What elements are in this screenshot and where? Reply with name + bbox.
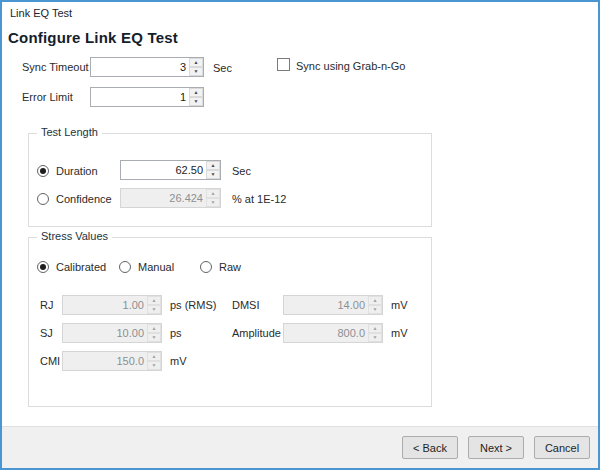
spinner-buttons: ▲ ▼ — [147, 296, 161, 314]
spinner-down-icon: ▼ — [147, 305, 161, 314]
calibrated-radio[interactable] — [37, 261, 49, 273]
spinner-down-icon[interactable]: ▼ — [189, 67, 203, 76]
spinner-down-icon[interactable]: ▼ — [206, 170, 220, 179]
spinner-down-icon: ▼ — [147, 333, 161, 342]
rj-label: RJ — [40, 299, 53, 311]
spinner-up-icon: ▲ — [368, 324, 382, 333]
raw-radio-label[interactable]: Raw — [219, 261, 241, 273]
spinner-buttons: ▲ ▼ — [189, 58, 203, 76]
sync-timeout-unit: Sec — [213, 62, 232, 74]
confidence-unit: % at 1E-12 — [232, 193, 286, 205]
amplitude-spinner: 800.0 ▲ ▼ — [283, 323, 383, 343]
sync-timeout-value[interactable]: 3 — [91, 58, 189, 76]
spinner-down-icon: ▼ — [206, 198, 220, 207]
dmsi-label: DMSI — [232, 299, 260, 311]
window-title: Link EQ Test — [10, 7, 72, 19]
spinner-buttons: ▲ ▼ — [147, 352, 161, 370]
spinner-up-icon[interactable]: ▲ — [206, 161, 220, 170]
spinner-buttons: ▲ ▼ — [206, 161, 220, 179]
manual-radio-label[interactable]: Manual — [138, 261, 174, 273]
amplitude-label: Amplitude — [232, 327, 281, 339]
spinner-buttons: ▲ ▼ — [368, 296, 382, 314]
link-eq-test-dialog: Link EQ Test Configure Link EQ Test Sync… — [0, 0, 600, 470]
footer-bar: < Back Next > Cancel — [2, 426, 598, 468]
dmsi-spinner: 14.00 ▲ ▼ — [283, 295, 383, 315]
cmi-unit: mV — [170, 355, 187, 367]
sj-spinner: 10.00 ▲ ▼ — [62, 323, 162, 343]
spinner-up-icon[interactable]: ▲ — [189, 88, 203, 97]
spinner-up-icon[interactable]: ▲ — [189, 58, 203, 67]
spinner-down-icon: ▼ — [368, 305, 382, 314]
confidence-value: 26.424 — [121, 189, 206, 207]
rj-spinner: 1.00 ▲ ▼ — [62, 295, 162, 315]
stress-values-group-title: Stress Values — [37, 230, 112, 242]
dmsi-unit: mV — [391, 299, 408, 311]
spinner-buttons: ▲ ▼ — [189, 88, 203, 106]
duration-radio-label[interactable]: Duration — [56, 165, 98, 177]
error-limit-value[interactable]: 1 — [91, 88, 189, 106]
cancel-button[interactable]: Cancel — [534, 436, 590, 459]
cmi-label: CMI — [40, 355, 60, 367]
spinner-down-icon: ▼ — [147, 361, 161, 370]
grab-n-go-checkbox[interactable] — [277, 58, 290, 71]
confidence-radio[interactable] — [37, 193, 49, 205]
sj-unit: ps — [170, 327, 182, 339]
cmi-value: 150.0 — [63, 352, 147, 370]
duration-unit: Sec — [232, 165, 251, 177]
spinner-buttons: ▲ ▼ — [206, 189, 220, 207]
rj-value: 1.00 — [63, 296, 147, 314]
grab-n-go-label[interactable]: Sync using Grab-n-Go — [296, 60, 405, 72]
spinner-down-icon: ▼ — [368, 333, 382, 342]
amplitude-value: 800.0 — [284, 324, 368, 342]
manual-radio[interactable] — [119, 261, 131, 273]
error-limit-label: Error Limit — [22, 91, 73, 103]
duration-spinner[interactable]: 62.50 ▲ ▼ — [120, 160, 221, 180]
spinner-up-icon: ▲ — [147, 324, 161, 333]
confidence-radio-label[interactable]: Confidence — [56, 193, 112, 205]
dmsi-value: 14.00 — [284, 296, 368, 314]
next-button[interactable]: Next > — [468, 436, 524, 459]
duration-radio[interactable] — [37, 165, 49, 177]
test-length-group: Test Length — [28, 133, 432, 227]
duration-value[interactable]: 62.50 — [121, 161, 206, 179]
page-title: Configure Link EQ Test — [8, 29, 178, 46]
raw-radio[interactable] — [200, 261, 212, 273]
sj-value: 10.00 — [63, 324, 147, 342]
spinner-down-icon[interactable]: ▼ — [189, 97, 203, 106]
back-button[interactable]: < Back — [402, 436, 458, 459]
amplitude-unit: mV — [391, 327, 408, 339]
rj-unit: ps (RMS) — [170, 299, 216, 311]
sj-label: SJ — [40, 327, 53, 339]
confidence-spinner: 26.424 ▲ ▼ — [120, 188, 221, 208]
test-length-group-title: Test Length — [37, 126, 102, 138]
sync-timeout-label: Sync Timeout — [22, 61, 89, 73]
spinner-up-icon: ▲ — [147, 352, 161, 361]
calibrated-radio-label[interactable]: Calibrated — [56, 261, 106, 273]
spinner-up-icon: ▲ — [147, 296, 161, 305]
cmi-spinner: 150.0 ▲ ▼ — [62, 351, 162, 371]
spinner-up-icon: ▲ — [368, 296, 382, 305]
spinner-buttons: ▲ ▼ — [368, 324, 382, 342]
sync-timeout-spinner[interactable]: 3 ▲ ▼ — [90, 57, 204, 77]
error-limit-spinner[interactable]: 1 ▲ ▼ — [90, 87, 204, 107]
spinner-up-icon: ▲ — [206, 189, 220, 198]
spinner-buttons: ▲ ▼ — [147, 324, 161, 342]
